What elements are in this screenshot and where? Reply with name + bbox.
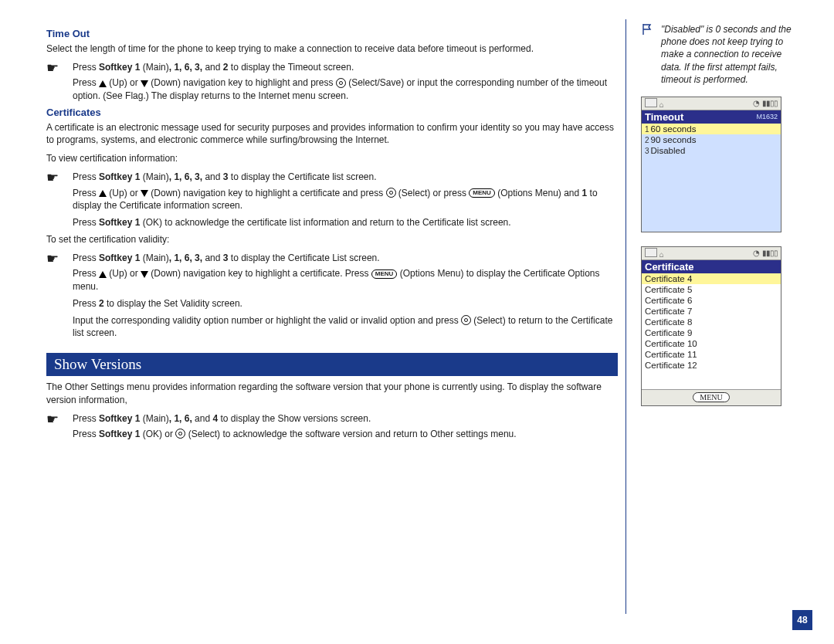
phone-status-bar: ⌂ ◔ ▮▮▯▯ — [642, 97, 781, 110]
text: Input the corresponding validity option … — [73, 315, 461, 326]
text: (Down) navigation key to highlight a cer… — [148, 268, 371, 279]
text: Press — [73, 413, 99, 424]
text: Press — [73, 253, 99, 263]
pointer-icon: ☛ — [46, 171, 73, 183]
softkey-label: Softkey 1 — [99, 413, 140, 424]
select-icon — [336, 78, 346, 88]
phone-list-item: Certificate 7 — [642, 306, 781, 317]
vertical-rule — [626, 19, 626, 614]
pointer-icon: ☛ — [46, 252, 73, 264]
softkey-label: Softkey 1 — [99, 62, 140, 73]
timeout-sub-1: Press (Up) or (Down) navigation key to h… — [73, 76, 618, 101]
text: (OK) or — [140, 429, 175, 439]
certs-validity-label: To set the certification validity: — [46, 233, 618, 246]
phone-title: Timeout — [645, 111, 683, 123]
text: (Up) or — [107, 188, 141, 198]
text: (Select) or press — [396, 188, 470, 198]
text: to display the Timeout screen. — [228, 62, 354, 73]
key-last: 2 — [99, 298, 104, 309]
phone-list-item: Certificate 4 — [642, 273, 781, 284]
text: (Down) navigation key to highlight and p… — [148, 77, 336, 88]
phone-screenshot-certificate: ⌂ ◔ ▮▮▯▯ Certificate Certificate 4Certif… — [641, 246, 781, 406]
phone-list-item: Certificate 9 — [642, 327, 781, 338]
text: Press — [73, 171, 99, 182]
pointer-icon: ☛ — [46, 412, 73, 425]
up-icon — [99, 80, 107, 87]
select-icon — [175, 429, 185, 439]
text: and — [192, 413, 213, 424]
menu-icon: MENU — [469, 188, 495, 198]
text: Press — [73, 77, 99, 88]
phone-list-item: Certificate 8 — [642, 317, 781, 327]
certs-sub-4: Press 2 to display the Set Validity scre… — [73, 297, 618, 310]
text: to display the Show versions screen. — [218, 413, 371, 424]
certs-intro: A certificate is an electronic message u… — [46, 121, 618, 146]
text: and — [202, 253, 223, 263]
phone-list-item: Certificate 6 — [642, 295, 781, 306]
certs-bullet-2: ☛ Press Softkey 1 (Main), 1, 6, 3, and 3… — [46, 252, 618, 264]
text: to display the Set Validity screen. — [104, 298, 242, 309]
down-icon — [141, 80, 148, 87]
phone-body: 160 seconds290 seconds3Disabled — [642, 124, 781, 232]
softkey-label: Softkey 1 — [99, 429, 140, 439]
down-icon — [141, 271, 148, 278]
text: (Main) — [140, 171, 168, 182]
certs-sub-5: Input the corresponding validity option … — [73, 314, 618, 339]
phone-list-item: Certificate 5 — [642, 284, 781, 295]
softkey-label: Softkey 1 — [99, 253, 140, 263]
flag-note-text: "Disabled" is 0 seconds and the phone do… — [661, 23, 803, 86]
certs-view-label: To view certification information: — [46, 152, 618, 164]
down-icon — [141, 190, 148, 197]
pointer-icon: ☛ — [46, 61, 73, 73]
up-icon — [99, 190, 107, 197]
text: (Main) — [140, 62, 168, 73]
softkey-label: Softkey 1 — [99, 217, 140, 228]
text: to display the Certificate list screen. — [228, 171, 376, 182]
show-sub-1: Press Softkey 1 (OK) or (Select) to ackn… — [73, 428, 618, 440]
text: (Options Menu) and — [495, 188, 582, 198]
phone-body: Certificate 4Certificate 5Certificate 6C… — [642, 273, 781, 389]
phone-screenshot-timeout: ⌂ ◔ ▮▮▯▯ Timeout M1632 160 seconds290 se… — [641, 97, 781, 232]
key-seq: , 1, 6, — [169, 413, 192, 424]
text: Press — [73, 298, 99, 309]
heading-timeout: Time Out — [46, 28, 618, 39]
softkey-label: Softkey 1 — [99, 171, 140, 182]
text: (Main) — [140, 413, 168, 424]
key-seq: , 1, 6, 3, — [169, 171, 202, 182]
phone-title-bar: Certificate — [642, 260, 781, 273]
text: Press — [73, 62, 99, 73]
phone-menu-soft: MENU — [693, 392, 729, 402]
select-icon — [386, 188, 396, 198]
text: Press — [73, 217, 99, 228]
text: Press — [73, 268, 99, 279]
phone-list-item: 3Disabled — [642, 145, 781, 156]
show-intro: The Other Settings menu provides informa… — [46, 381, 618, 405]
status-left-icons: ⌂ — [645, 248, 664, 259]
up-icon — [99, 271, 107, 278]
certs-bullet-1: ☛ Press Softkey 1 (Main), 1, 6, 3, and 3… — [46, 171, 618, 183]
flag-icon — [641, 23, 661, 86]
phone-list-item: Certificate 11 — [642, 349, 781, 360]
phone-title: Certificate — [645, 261, 694, 273]
text: (Down) navigation key to highlight a cer… — [148, 188, 386, 198]
phone-list-item: 290 seconds — [642, 134, 781, 145]
select-icon — [461, 315, 471, 325]
heading-certificates: Certificates — [46, 107, 618, 118]
key-seq: , 1, 6, 3, — [169, 62, 202, 73]
phone-list-item: Certificate 12 — [642, 360, 781, 371]
phone-soft-bar: MENU — [642, 389, 781, 405]
text: (OK) to acknowledge the certificate list… — [140, 217, 510, 228]
text: and — [202, 62, 223, 73]
heading-show-versions: Show Versions — [46, 353, 618, 376]
text: to display the Certificate List screen. — [228, 253, 379, 263]
status-left-icons: ⌂ — [645, 98, 664, 109]
certs-sub-3: Press (Up) or (Down) navigation key to h… — [73, 267, 618, 292]
timeout-intro: Select the length of time for the phone … — [46, 42, 618, 55]
phone-code: M1632 — [756, 113, 778, 120]
menu-icon: MENU — [371, 269, 398, 279]
phone-title-bar: Timeout M1632 — [642, 110, 781, 124]
text: Press — [73, 188, 99, 198]
text: and — [202, 171, 223, 182]
flag-note: "Disabled" is 0 seconds and the phone do… — [641, 23, 803, 86]
phone-list-item: 160 seconds — [642, 124, 781, 134]
